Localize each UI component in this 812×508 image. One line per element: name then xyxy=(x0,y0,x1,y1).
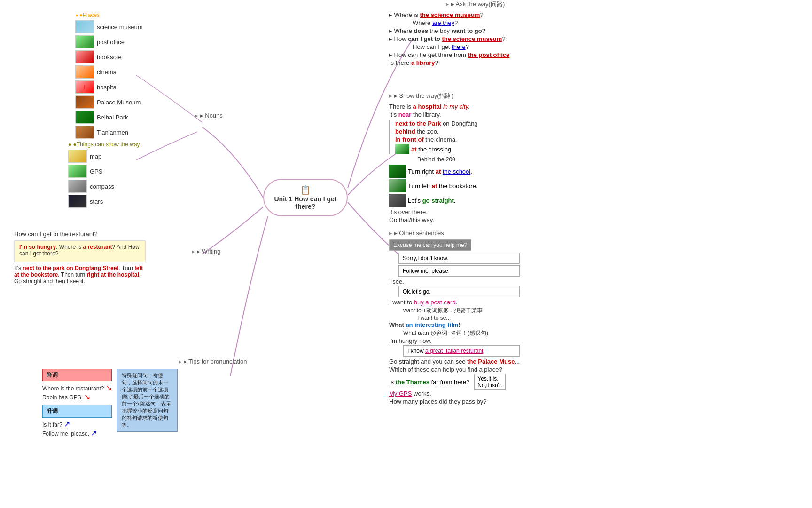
ask-sentences-list: ▸ Where is the science museum? Where are… xyxy=(389,11,509,66)
places-list: science museum post office booksote cine… xyxy=(75,20,143,139)
rising-examples: Is it far? ↗ Follow me, please. ↗ xyxy=(42,420,112,437)
center-node: 📋 Unit 1 How can I get there? xyxy=(263,179,348,216)
ask-way-label: ▸ Ask the way(问路) xyxy=(389,0,509,8)
hungry-now: I'm hungry now. xyxy=(389,337,520,344)
rising-ex2: Follow me, please. ↗ xyxy=(42,429,112,437)
place-tiananmen: Tian'anmen xyxy=(75,126,143,139)
rising-tone-box: 升调 xyxy=(42,405,112,418)
straight-icon xyxy=(389,194,406,207)
bookstore-icon xyxy=(75,50,94,64)
turn-right-school: Turn right at the school. xyxy=(389,165,478,178)
tips-content: 降调 Where is the restaurant? ↘ Robin has … xyxy=(0,369,247,437)
rising-ex1: Is it far? ↗ xyxy=(42,420,112,429)
palace-icon xyxy=(75,95,94,109)
turn-left-bookstore: Turn left at the bookstore. xyxy=(389,179,478,192)
what-an-explain: What a/an 形容词+名词！(感叹句) xyxy=(389,329,520,337)
place-cinema: cinema xyxy=(75,65,143,79)
what-interesting: What an interesting film! xyxy=(389,321,520,328)
show-s1: There is a hospital in my city. xyxy=(389,103,478,110)
thing-gps: GPS xyxy=(68,165,140,178)
falling-ex2: Robin has GPS. ↘ xyxy=(42,392,112,401)
how-many-places: How many places did they pass by? xyxy=(389,398,520,405)
arrow-up-2: ↗ xyxy=(91,429,97,437)
excuse-me-box: Excuse me,can you help me? xyxy=(389,239,471,251)
tiananmen-icon xyxy=(75,126,94,139)
show-locations: next to the Park on Dongfang behind the … xyxy=(389,120,478,154)
other-sentences-section: ▸ Other sentences Excuse me,can you help… xyxy=(389,230,520,406)
science-museum-icon xyxy=(75,20,94,33)
show-loc2: behind the zoo. xyxy=(395,128,478,135)
tips-description-box: 特殊疑问句，祈使句，选择问句的末一个选项的前一个选项(除了最后一个选项的前一个)… xyxy=(117,369,178,432)
show-over-there: It's over there. xyxy=(389,208,478,215)
crossing-icon xyxy=(395,144,409,154)
place-beihai: Beihai Park xyxy=(75,111,143,124)
place-hospital: + hospital xyxy=(75,80,143,94)
things-label: ● ●Things can show the way xyxy=(68,141,140,148)
show-loc1: next to the Park on Dongfang xyxy=(395,120,478,127)
beihai-icon xyxy=(75,111,94,124)
ask-s6: ▸ How can he get there from the post off… xyxy=(389,51,509,58)
thames-row: Is the Thames far from here? Yes,it is. … xyxy=(389,374,520,390)
place-palace: Palace Museum xyxy=(75,95,143,109)
arrow-down-1: ↘ xyxy=(106,384,112,392)
show-way-label: ▸ Show the way(指路) xyxy=(389,92,478,100)
great-italian: I know a great Italian resturant. xyxy=(389,345,520,357)
falling-tone-box: 降调 xyxy=(42,369,112,381)
ask-s7: Is there a library? xyxy=(389,59,509,66)
thing-compass: compass xyxy=(68,180,140,193)
writing-prompt-box: I'm so hungry. Where is a resturant? And… xyxy=(14,240,146,262)
ask-way-section: ▸ Ask the way(问路) ▸ Where is the science… xyxy=(389,0,509,67)
which-help: Which of these can help you find a place… xyxy=(389,366,520,373)
show-way-section: ▸ Show the way(指路) There is a hospital i… xyxy=(389,92,478,224)
map-icon xyxy=(68,150,87,163)
yes-no-box: Yes,it is. No,it isn't. xyxy=(474,374,505,390)
go-straight: Let's go straight. xyxy=(389,194,478,207)
ask-s1: ▸ Where is the science museum? xyxy=(389,11,509,18)
place-bookstore: booksote xyxy=(75,50,143,64)
want-to-buy: I want to buy a post card. xyxy=(389,299,520,306)
post-office-icon xyxy=(75,35,94,48)
go-straight-see: Go straight and you can see the Palace M… xyxy=(389,358,520,365)
place-science-museum: science museum xyxy=(75,20,143,33)
other-content: Excuse me,can you help me? Sorry,I don't… xyxy=(389,239,520,405)
i-see: I see. xyxy=(389,278,520,285)
behind-200: Behind the 200 xyxy=(389,156,478,163)
tips-section: ▸ Tips for pronunciation 降调 Where is the… xyxy=(0,357,247,437)
nouns-branch-label: ▸ Nouns xyxy=(195,112,223,119)
ask-s5: How can I get there? xyxy=(389,43,509,50)
stars-icon xyxy=(68,195,87,208)
writing-question: How can I get to the resturant? xyxy=(14,230,146,238)
show-way-content: There is a hospital in my city. It's nea… xyxy=(389,103,478,223)
sorry-box: Sorry,I don't know. Follow me, please. xyxy=(389,253,520,277)
falling-ex1: Where is the restaurant? ↘ xyxy=(42,383,112,392)
yes-it-is: Yes,it is. xyxy=(477,375,502,382)
ask-s2: Where are they? xyxy=(389,19,509,26)
thing-stars: stars xyxy=(68,195,140,208)
writing-section: How can I get to the resturant? I'm so h… xyxy=(14,230,146,285)
my-gps: My GPS works. xyxy=(389,390,520,397)
school-icon xyxy=(389,165,406,178)
gps-icon xyxy=(68,165,87,178)
cinema-icon xyxy=(75,65,94,79)
places-section: ●Places science museum post office books… xyxy=(75,12,143,141)
falling-section: 降调 Where is the restaurant? ↘ Robin has … xyxy=(42,369,112,437)
show-loc3: in front of the cinema. xyxy=(395,136,478,143)
show-loc4: at the crossing xyxy=(395,144,478,154)
ask-s4: ▸ How can I get to the science museum? xyxy=(389,35,509,42)
writing-prompt-text: I'm so hungry. Where is a resturant? And… xyxy=(19,244,141,257)
show-s2: It's near the library. xyxy=(389,111,478,118)
tips-branch-label: ▸ Tips for pronunciation xyxy=(0,357,247,365)
want-to-explain: want to +动词原形：想要干某事 xyxy=(389,307,520,315)
ask-s3: ▸ Where does the boy want to go? xyxy=(389,27,509,34)
arrow-up-1: ↗ xyxy=(64,420,70,428)
show-this-way: Go that/this way. xyxy=(389,216,478,223)
arrow-down-2: ↘ xyxy=(84,393,90,401)
bookstore-turn-icon xyxy=(389,179,406,192)
falling-examples: Where is the restaurant? ↘ Robin has GPS… xyxy=(42,383,112,401)
hospital-icon: + xyxy=(75,80,94,94)
mind-map: 📋 Unit 1 How can I get there? ▸ Nouns ●P… xyxy=(0,0,812,508)
other-sentences-label: ▸ Other sentences xyxy=(389,230,520,237)
ok-lets-go: Ok,let's go. xyxy=(389,286,520,297)
things-list: map GPS compass stars xyxy=(68,150,140,208)
compass-icon xyxy=(68,180,87,193)
